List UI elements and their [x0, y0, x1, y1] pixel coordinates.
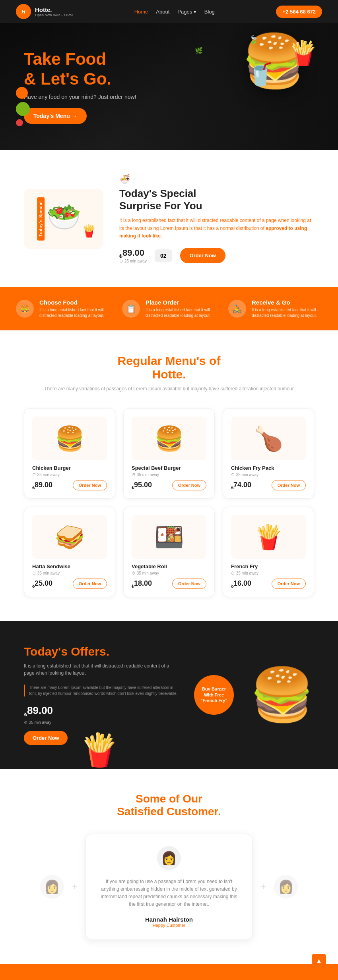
menu-item-name-1: Chicken Burger — [32, 465, 107, 471]
step-order-title: Place Order — [146, 299, 216, 306]
offers-heading-part1: Today's — [24, 645, 71, 658]
plus-sign-left: + — [72, 881, 78, 892]
testimonial-author-name: Hannah Hairston — [98, 916, 240, 923]
testimonials-container: 👩 + 👩 If you are going to use a passage … — [24, 834, 314, 940]
offers-order-button[interactable]: Order Now — [24, 731, 68, 745]
testimonials-section: Some of Our Satisfied Customer. 👩 + 👩 If… — [0, 769, 338, 964]
scroll-to-top[interactable]: ▲ — [312, 954, 326, 968]
menu-item-delivery-1: ⏱ 35 min away — [32, 473, 107, 477]
menu-item-img-3: 🍗 — [231, 417, 306, 460]
navbar: H Hotte. Open Now 8AM - 11PM Home About … — [0, 0, 338, 23]
special-bowl-icon: 🍜 — [119, 174, 314, 184]
menu-item-price-3: ₺74.00 — [231, 481, 251, 490]
step-order-icon: 📋 — [122, 300, 140, 318]
menu-item-img-1: 🍔 — [32, 417, 107, 460]
circle-green — [16, 102, 30, 116]
hero-subtitle: Have any food on your mind? Just order n… — [24, 94, 136, 100]
side-avatar-left: 👩 — [40, 875, 64, 899]
buy-badge: Buy Burger With Free "French Fry" — [194, 675, 234, 715]
hero-fries-emoji: 🍟 — [288, 39, 318, 67]
testimonials-heading-highlight: Customer. — [167, 805, 221, 818]
testimonial-avatars: 👩 — [98, 846, 240, 870]
nav-blog[interactable]: Blog — [204, 9, 215, 15]
step-choose-food: 🍔 Choose Food It is a long established f… — [16, 299, 110, 318]
menu-grid: 🍔 Chicken Burger ⏱ 35 min away ₺89.00 Or… — [24, 408, 314, 597]
logo-tagline: Open Now 8AM - 11PM — [35, 13, 73, 17]
menu-item-french-fry: 🍟 French Fry ⏱ 35 min away ₺16.00 Order … — [223, 507, 314, 597]
step-receive: 🚴 Receive & Go It is a long established … — [216, 299, 322, 318]
hero-cta-button[interactable]: Today's Menu → — [24, 108, 87, 124]
menu-item-price-1: ₺89.00 — [32, 481, 52, 490]
menu-item-price-6: ₺16.00 — [231, 579, 251, 588]
testimonials-heading: Some of Our Satisfied Customer. — [24, 793, 314, 818]
special-content: 🍜 Today's Special Surprise For You It is… — [119, 174, 314, 263]
circle-orange — [16, 87, 28, 99]
leaf-icon-2: 🌿 — [195, 47, 203, 54]
menu-order-btn-5[interactable]: Order Now — [172, 579, 206, 589]
nav-pages-dropdown[interactable]: Pages ▾ — [177, 9, 196, 15]
menu-section: Regular Menu's of Hotte. There are many … — [0, 330, 338, 621]
step-receive-text: Receive & Go It is a long established fa… — [252, 299, 322, 318]
offers-timer: ⏱ 25 min away — [24, 720, 178, 725]
step-order-desc: It is a long established fact that it wi… — [146, 307, 216, 318]
special-price: ₺89.00 — [119, 248, 147, 259]
plus-sign-right: + — [260, 881, 266, 892]
step-order-text: Place Order It is a long established fac… — [146, 299, 216, 318]
menu-order-btn-1[interactable]: Order Now — [73, 480, 107, 490]
menu-item-name-6: French Fry — [231, 563, 306, 569]
special-food-card: Today's Special 🥗 🍟 — [24, 189, 103, 249]
special-order-button[interactable]: Order Now — [180, 248, 225, 263]
circle-red — [16, 119, 23, 126]
testimonial-avatar-main: 👩 — [157, 846, 181, 870]
hero-title-highlight: Food — [65, 50, 106, 68]
offers-section: Today's Offers. It is a long established… — [0, 621, 338, 768]
step-choose-desc: It is a long established fact that it wi… — [39, 307, 110, 318]
menu-item-name-4: Hatta Sendwise — [32, 563, 107, 569]
step-choose-title: Choose Food — [39, 299, 110, 306]
menu-item-price-2: ₺95.00 — [132, 481, 152, 490]
nav-about[interactable]: About — [156, 9, 169, 15]
menu-item-name-2: Special Beef Burger — [132, 465, 206, 471]
side-avatar-right: 👩 — [274, 875, 298, 899]
menu-heading-part1: Regular Menu's of — [118, 354, 221, 367]
special-heading-line1: Today's Special — [119, 187, 196, 199]
special-badge: Today's Special — [37, 197, 45, 240]
menu-item-price-row-2: ₺95.00 Order Now — [132, 480, 206, 490]
menu-item-price-row-1: ₺89.00 Order Now — [32, 480, 107, 490]
menu-item-img-4: 🥪 — [32, 515, 107, 559]
hero-circles — [16, 87, 30, 126]
logo-brand-text: Hotte. — [35, 6, 73, 13]
logo[interactable]: H Hotte. Open Now 8AM - 11PM — [16, 4, 73, 19]
step-choose-icon: 🍔 — [16, 300, 34, 318]
testimonial-text: If you are going to use a passage of Lor… — [98, 878, 240, 909]
nav-home[interactable]: Home — [134, 9, 148, 15]
menu-item-delivery-5: ⏱ 35 min away — [132, 571, 206, 575]
menu-item-price-5: ₺18.00 — [132, 579, 152, 588]
offers-heading: Today's Offers. — [24, 645, 178, 658]
menu-order-btn-4[interactable]: Order Now — [73, 579, 107, 589]
testimonial-author: Hannah Hairston Happy Customer — [98, 916, 240, 928]
offers-content: Today's Offers. It is a long established… — [24, 645, 178, 745]
special-heading-line2: Surprise For You — [119, 200, 202, 212]
leaf-icon-1: 🍃 — [249, 35, 258, 44]
menu-order-btn-3[interactable]: Order Now — [272, 480, 306, 490]
menu-item-chicken-burger: 🍔 Chicken Burger ⏱ 35 min away ₺89.00 Or… — [24, 408, 115, 499]
hero-title: Take Food & Let's Go. — [24, 49, 136, 89]
menu-order-btn-6[interactable]: Order Now — [272, 579, 306, 589]
step-choose-text: Choose Food It is a long established fac… — [39, 299, 110, 318]
menu-item-price-row-4: ₺25.00 Order Now — [32, 579, 107, 589]
menu-order-btn-2[interactable]: Order Now — [172, 480, 206, 490]
menu-item-delivery-4: ⏱ 35 min away — [32, 571, 107, 575]
menu-item-img-2: 🍔 — [132, 417, 206, 460]
special-timer: ⏱ 25 min away — [119, 259, 147, 263]
special-food-icon: 🥗 — [47, 201, 81, 233]
offers-burger-image: 🍔 — [250, 665, 314, 725]
menu-item-hatta: 🥪 Hatta Sendwise ⏱ 35 min away ₺25.00 Or… — [24, 507, 115, 597]
special-price-row: ₺89.00 ⏱ 25 min away 02 Order Now — [119, 248, 314, 263]
hero-section: Take Food & Let's Go. Have any food on y… — [0, 23, 338, 150]
menu-item-delivery-6: ⏱ 35 min away — [231, 571, 306, 575]
nav-phone[interactable]: +2 564 68 672 — [276, 6, 322, 18]
menu-item-price-row-6: ₺16.00 Order Now — [231, 579, 306, 589]
menu-item-chicken-fry: 🍗 Chicken Fry Pack ⏱ 35 min away ₺74.00 … — [223, 408, 314, 499]
hero-drink-emoji: 🥤 — [247, 62, 274, 87]
